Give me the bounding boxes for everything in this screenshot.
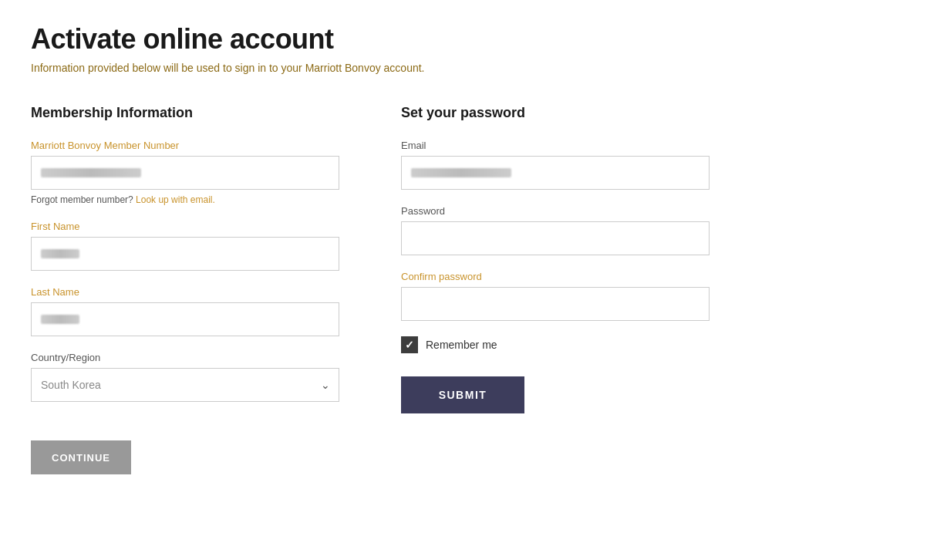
country-group: Country/Region South Korea United States… (31, 352, 339, 402)
member-number-group: Marriott Bonvoy Member Number Forgot mem… (31, 140, 339, 205)
member-number-blurred (41, 168, 141, 177)
confirm-password-field[interactable] (401, 287, 710, 321)
subtitle: Information provided below will be used … (31, 62, 896, 74)
last-name-label: Last Name (31, 286, 339, 298)
left-section: Membership Information Marriott Bonvoy M… (31, 105, 339, 474)
forgot-member-text: Forgot member number? Look up with email… (31, 194, 339, 205)
remember-me-checkbox[interactable] (401, 336, 418, 353)
remember-me-label: Remember me (426, 339, 497, 351)
lookup-email-link[interactable]: Look up with email. (136, 194, 215, 205)
email-field-wrapper (401, 156, 710, 190)
first-name-group: First Name (31, 221, 339, 271)
password-section-title: Set your password (401, 105, 710, 121)
password-group: Password (401, 205, 710, 255)
first-name-label: First Name (31, 221, 339, 232)
country-select[interactable]: South Korea United States United Kingdom… (31, 368, 339, 402)
remember-me-row: Remember me (401, 336, 710, 353)
last-name-group: Last Name (31, 286, 339, 336)
member-number-label: Marriott Bonvoy Member Number (31, 140, 339, 151)
right-section: Set your password Email Password Confirm… (401, 105, 710, 413)
confirm-password-label: Confirm password (401, 271, 710, 282)
email-blurred (411, 168, 511, 177)
first-name-blurred (41, 249, 79, 258)
last-name-field-wrapper (31, 302, 339, 336)
continue-button[interactable]: CONTINUE (31, 440, 131, 474)
submit-button[interactable]: SUBMIT (401, 376, 524, 413)
form-layout: Membership Information Marriott Bonvoy M… (31, 105, 896, 474)
password-label: Password (401, 205, 710, 217)
last-name-blurred (41, 315, 79, 324)
country-label: Country/Region (31, 352, 339, 363)
confirm-password-group: Confirm password (401, 271, 710, 321)
page-title: Activate online account (31, 23, 896, 56)
email-group: Email (401, 140, 710, 190)
password-field[interactable] (401, 221, 710, 255)
country-select-wrapper: South Korea United States United Kingdom… (31, 368, 339, 402)
first-name-field-wrapper (31, 237, 339, 271)
email-label: Email (401, 140, 710, 151)
membership-section-title: Membership Information (31, 105, 339, 121)
member-number-field-wrapper (31, 156, 339, 190)
